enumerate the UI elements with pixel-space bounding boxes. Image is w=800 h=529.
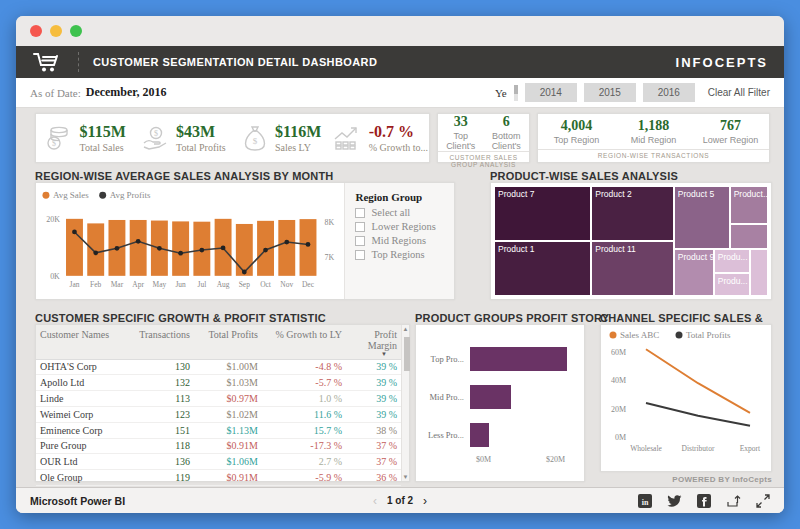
treemap-box[interactable]	[750, 249, 768, 296]
table-row[interactable]: OUR Ltd 136 $1.06M 2.7 % 37 %	[36, 454, 401, 470]
treemap-box[interactable]	[730, 224, 768, 249]
svg-text:20M: 20M	[611, 405, 626, 414]
table-header[interactable]: Customer NamesTransactionsTotal Profits%…	[36, 325, 401, 360]
treemap-box-produ-[interactable]: Produ...	[714, 273, 750, 296]
region-filter-option-lower-regions[interactable]: Lower Regions	[355, 221, 454, 232]
column-header-customer-names[interactable]: Customer Names	[36, 329, 132, 358]
stat-top-client-s[interactable]: 33 Top Client's	[438, 114, 484, 151]
fullscreen-icon[interactable]	[756, 494, 770, 508]
checkbox-icon[interactable]	[355, 222, 365, 232]
facebook-icon[interactable]	[697, 494, 711, 508]
minimize-window-button[interactable]	[50, 25, 62, 37]
stat-top-region[interactable]: 4,004 Top Region	[538, 118, 615, 145]
treemap-box-product-5[interactable]: Product 5	[674, 186, 730, 249]
close-window-button[interactable]	[30, 25, 42, 37]
svg-text:20K: 20K	[46, 215, 60, 224]
stat-lower-region[interactable]: 767 Lower Region	[692, 118, 769, 145]
table-scrollbar[interactable]: ▲ ▼	[401, 325, 409, 481]
scroll-up-icon[interactable]: ▲	[403, 326, 409, 332]
svg-text:Dec: Dec	[302, 280, 315, 289]
treemap-box-product-2[interactable]: Product 2	[591, 186, 673, 241]
table-row[interactable]: Ole Group 119 $0.91M -5.9 % 36 %	[36, 470, 401, 486]
scroll-down-icon[interactable]: ▼	[403, 474, 409, 480]
year-slicer-scrollbar[interactable]	[514, 85, 518, 101]
clear-all-filter-button[interactable]: Clear All Filter	[708, 87, 770, 98]
stat-bottom-client-s[interactable]: 6 Bottom Client's	[484, 114, 530, 151]
kpi-total-sales[interactable]: $ $115M Total Sales	[36, 123, 134, 152]
story-bar[interactable]	[470, 385, 511, 409]
svg-text:60M: 60M	[611, 348, 626, 357]
treemap-box-product-[interactable]: Product...	[730, 186, 768, 224]
table-row[interactable]: Apollo Ltd 132 $1.03M -5.7 % 39 %	[36, 375, 401, 391]
kpi-total-profits[interactable]: $ $43M Total Profits	[134, 123, 232, 152]
region-filter-option-top-regions[interactable]: Top Regions	[355, 249, 454, 260]
profit-story-panel: Top Pro... Mid Pro... Less Pro... $0M$20…	[415, 324, 585, 482]
region-chart-title: REGION-WISE AVERAGE SALES ANALYSIS BY MO…	[35, 170, 334, 182]
column-header-total-profits[interactable]: Total Profits	[194, 329, 262, 358]
svg-text:Distributor: Distributor	[682, 444, 715, 453]
region-card-footer: REGION-WISE TRANSACTIONS	[538, 149, 769, 162]
as-of-date-label: As of Date:	[30, 87, 81, 99]
story-bar[interactable]	[470, 423, 489, 447]
treemap-box-product-1[interactable]: Product 1	[494, 241, 591, 296]
table-row[interactable]: Eminence Corp 151 $1.13M 15.7 % 38 %	[36, 423, 401, 439]
treemap-box-product-7[interactable]: Product 7	[494, 186, 591, 241]
region-filter-option-select-all[interactable]: Select all	[355, 207, 454, 218]
column-header-profit-margin[interactable]: Profit Margin▼	[346, 329, 401, 358]
app-window: CUSTOMER SEGMENTATION DETAIL DASHBOARD I…	[16, 16, 784, 513]
svg-text:Total Profits: Total Profits	[686, 330, 731, 340]
treemap-box-produ-[interactable]: Produ...	[714, 249, 750, 273]
year-button-2014[interactable]: 2014	[525, 83, 577, 102]
column-header--growth-to-ly[interactable]: % Growth to LY	[262, 329, 346, 358]
checkbox-icon[interactable]	[355, 236, 365, 246]
year-button-2016[interactable]: 2016	[643, 83, 695, 102]
svg-text:in: in	[642, 497, 649, 506]
kpi-value: -0.7 %	[369, 123, 428, 141]
channel-line-chart[interactable]: Sales ABC Total Profits0M20M40M60MWholes…	[601, 325, 771, 471]
next-page-button[interactable]: ›	[423, 494, 427, 508]
story-bar-row-0[interactable]: Top Pro...	[422, 347, 574, 371]
powerbi-brand-label: Microsoft Power BI	[30, 495, 125, 507]
kpi-value: $115M	[80, 123, 126, 141]
svg-text:Jan: Jan	[70, 280, 80, 289]
checkbox-icon[interactable]	[355, 250, 365, 260]
svg-text:0K: 0K	[50, 272, 60, 281]
scrollbar-thumb[interactable]	[404, 337, 410, 371]
story-bar-row-2[interactable]: Less Pro...	[422, 423, 574, 447]
svg-text:Avg Sales: Avg Sales	[53, 190, 89, 200]
region-bar-line-chart[interactable]: Avg Sales Avg Profits20K 0K 8K 7KJanFebM…	[36, 183, 344, 299]
treemap-box-product-9[interactable]: Product 9	[674, 249, 714, 296]
svg-text:Feb: Feb	[90, 280, 101, 289]
zoom-window-button[interactable]	[70, 25, 82, 37]
region-filter-option-mid-regions[interactable]: Mid Regions	[355, 235, 454, 246]
year-button-2015[interactable]: 2015	[584, 83, 636, 102]
svg-text:40M: 40M	[611, 376, 626, 385]
svg-text:Oct: Oct	[260, 280, 272, 289]
svg-text:0M: 0M	[615, 433, 626, 442]
prev-page-button[interactable]: ‹	[373, 494, 377, 508]
powered-by-label: POWERED BY InfoCepts	[600, 475, 772, 484]
story-bar-row-1[interactable]: Mid Pro...	[422, 385, 574, 409]
story-axis-tick: $20M	[546, 455, 565, 464]
story-bar[interactable]	[470, 347, 567, 371]
treemap-box-product-11[interactable]: Product 11	[591, 241, 673, 296]
share-icon[interactable]	[726, 494, 741, 508]
column-header-transactions[interactable]: Transactions	[132, 329, 194, 358]
table-row[interactable]: Linde 113 $0.97M 1.0 % 39 %	[36, 391, 401, 407]
table-row[interactable]: Weimei Corp 123 $1.02M 11.6 % 39 %	[36, 407, 401, 423]
kpi-label: % Growth to...	[369, 142, 428, 153]
table-row[interactable]: OHTA'S Corp 130 $1.00M -4.8 % 39 %	[36, 360, 401, 376]
region-transactions-card: 4,004 Top Region 1,188 Mid Region 767 Lo…	[537, 113, 770, 163]
stat-mid-region[interactable]: 1,188 Mid Region	[615, 118, 692, 145]
kpi-sales-ly[interactable]: $ $116M Sales LY	[233, 123, 331, 152]
table-row[interactable]: Pure Group 118 $0.91M -17.3 % 37 %	[36, 439, 401, 455]
linkedin-icon[interactable]: in	[638, 494, 652, 508]
svg-text:7K: 7K	[325, 253, 335, 262]
svg-text:$: $	[52, 139, 56, 148]
page-title: CUSTOMER SEGMENTATION DETAIL DASHBOARD	[93, 56, 377, 68]
twitter-icon[interactable]	[667, 494, 682, 507]
coins-icon: $	[45, 125, 73, 151]
checkbox-icon[interactable]	[355, 208, 365, 218]
kpi--growth-to-[interactable]: -0.7 % % Growth to...	[331, 123, 429, 152]
hand-coin-icon: $	[141, 125, 169, 151]
